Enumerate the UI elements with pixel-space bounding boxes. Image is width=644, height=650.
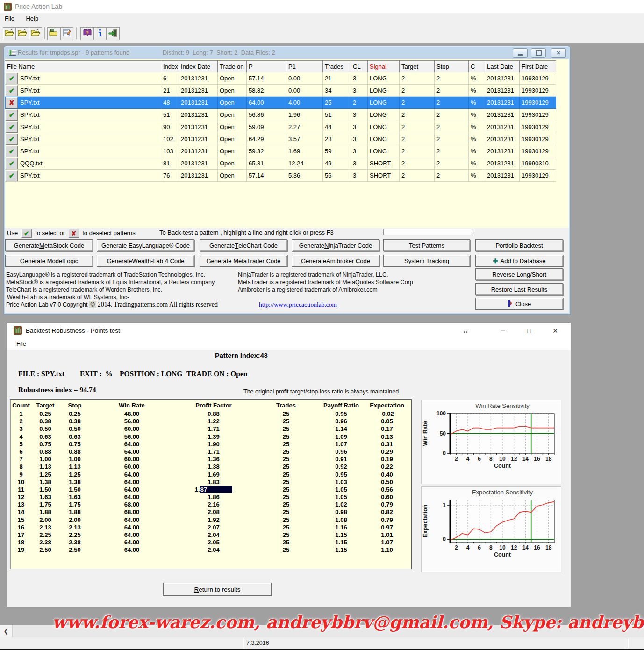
app-titlebar: Price Action Lab bbox=[0, 0, 644, 13]
svg-text:Count: Count bbox=[494, 463, 511, 469]
column-header-target[interactable]: Target bbox=[400, 60, 435, 73]
results-row-4[interactable]: ✔SPY.txt5120131231Open56.861.96513LONG22… bbox=[5, 109, 557, 121]
scroll-left-button[interactable]: ❮ bbox=[0, 625, 13, 637]
results-row-5[interactable]: ✔SPY.txt9020131231Open59.092.27443LONG22… bbox=[5, 121, 557, 133]
close-window-button[interactable]: ✕ bbox=[551, 48, 566, 58]
open-file-button-2[interactable] bbox=[16, 27, 29, 40]
robustness-table: CountTargetStopWin RateProfit FactorTrad… bbox=[10, 399, 412, 569]
robustness-table-body: 10.250.2548.000.88250.95-0.0220.380.3856… bbox=[11, 410, 410, 554]
svg-text:10: 10 bbox=[499, 544, 506, 551]
select-check-icon[interactable]: ✔ bbox=[6, 158, 18, 169]
column-header-last-date[interactable]: Last Date bbox=[485, 60, 520, 73]
restore-last-results-button[interactable]: Restore Last Results bbox=[475, 283, 563, 295]
minimize-button[interactable] bbox=[513, 48, 528, 58]
column-header-index-date[interactable]: Index Date bbox=[179, 60, 218, 73]
website-link[interactable]: http://www.priceactionlab.com bbox=[259, 301, 337, 308]
generate-amibroker-button[interactable]: Generate Amibroker Code bbox=[292, 255, 379, 267]
select-check-icon[interactable]: ✔ bbox=[6, 73, 18, 84]
generate-telechart-button[interactable]: Generate TeleChart Code bbox=[200, 239, 287, 251]
generate-metastock-button[interactable]: Generate MetaStock Code bbox=[5, 239, 93, 251]
help-button[interactable]: ? bbox=[80, 27, 93, 40]
resize-arrows-icon[interactable]: ↔ bbox=[456, 323, 475, 338]
robustness-row-3: 30.500.5060.001.71251.140.17 bbox=[11, 425, 410, 433]
results-row-3[interactable]: ✘SPY.txt4820131231Open64.004.00252LONG22… bbox=[5, 97, 557, 109]
svg-text:6: 6 bbox=[478, 544, 481, 551]
restore-button[interactable] bbox=[531, 48, 546, 58]
minimize-button[interactable]: ─ bbox=[493, 323, 513, 338]
close-button[interactable]: Close bbox=[475, 298, 563, 310]
results-grid[interactable]: ✔SPY.txt620131231Open57.140.00213LONG22%… bbox=[5, 72, 557, 182]
open-file-button[interactable] bbox=[3, 27, 16, 40]
return-to-results-button[interactable]: Return to results bbox=[163, 583, 272, 596]
column-header-signal[interactable]: Signal bbox=[368, 60, 400, 73]
select-check-icon[interactable]: ✔ bbox=[6, 109, 18, 121]
generate-ninjatrader-button[interactable]: Generate NinjaTrader Code bbox=[292, 239, 379, 251]
menu-file[interactable]: File bbox=[0, 13, 19, 24]
results-grid-header: File NameIndexIndex DateTrade onPP1Trade… bbox=[5, 60, 557, 73]
generate-easylanguage-button[interactable]: Generate EasyLanguage® Code bbox=[97, 239, 194, 251]
close-window-button[interactable]: ✕ bbox=[545, 323, 565, 338]
results-row-1[interactable]: ✔SPY.txt620131231Open57.140.00213LONG22%… bbox=[5, 72, 557, 85]
test-patterns-button[interactable]: Test Patterns bbox=[383, 239, 470, 251]
column-header-trades[interactable]: Trades bbox=[323, 60, 351, 73]
menu-help[interactable]: Help bbox=[21, 13, 43, 24]
select-check-icon[interactable]: ✔ bbox=[6, 134, 18, 145]
results-row-6[interactable]: ✔SPY.txt10220131231Open64.293.57283LONG2… bbox=[5, 133, 557, 145]
robustness-row-2: 20.380.3856.001.22250.960.05 bbox=[11, 418, 410, 425]
select-check-icon[interactable]: ✔ bbox=[6, 170, 18, 181]
robustness-window: Backtest Robustness - Points test ↔ ─ □ … bbox=[7, 322, 571, 607]
select-check-icon[interactable]: ✔ bbox=[6, 121, 18, 133]
robustness-row-9: 91.251.2564.001.69250.950.40 bbox=[11, 471, 410, 479]
generate-metatrader-button[interactable]: Generate MetaTrader Code bbox=[200, 255, 287, 267]
column-header-trade-on[interactable]: Trade on bbox=[218, 60, 247, 73]
open-folder-icon bbox=[5, 29, 14, 39]
column-header-p1[interactable]: P1 bbox=[286, 60, 323, 73]
exit-door-icon bbox=[108, 29, 118, 39]
copyright-line: Price Action Lab v7.0 Copyright©2014, Tr… bbox=[6, 301, 218, 308]
svg-text:16: 16 bbox=[534, 456, 540, 462]
svg-text:0: 0 bbox=[443, 450, 446, 457]
reverse-long-short-button[interactable]: Reverse Long/Short bbox=[475, 268, 563, 280]
column-header-cl[interactable]: CL bbox=[351, 60, 368, 73]
svg-text:Win Rate Sensitivity: Win Rate Sensitivity bbox=[475, 402, 530, 409]
exit-button[interactable] bbox=[107, 27, 120, 40]
generate-wealthlab-button[interactable]: Generate Wealth-Lab 4 Code bbox=[97, 255, 194, 267]
column-header-c[interactable]: C bbox=[469, 60, 485, 73]
trade-on-label: TRADE ON : Open bbox=[186, 370, 247, 378]
menu-file[interactable]: File bbox=[16, 340, 26, 347]
open-file-button-3[interactable] bbox=[29, 27, 42, 40]
svg-text:2: 2 bbox=[455, 544, 458, 551]
maximize-button[interactable]: □ bbox=[519, 323, 539, 338]
robustness-menubar: File bbox=[7, 338, 571, 350]
column-header-p[interactable]: P bbox=[247, 60, 286, 73]
generate-model-logic-button[interactable]: Generate Model Logic bbox=[5, 255, 93, 267]
edit-report-button[interactable] bbox=[60, 27, 73, 40]
results-window-title: Results for: tmpdps.spr - 9 patterns fou… bbox=[18, 49, 129, 56]
system-tracking-button[interactable]: System Tracking bbox=[383, 255, 470, 267]
toolbar-separator bbox=[76, 27, 77, 39]
select-check-icon[interactable]: ✔ bbox=[6, 85, 18, 96]
column-header-stop[interactable]: Stop bbox=[435, 60, 469, 73]
results-row-2[interactable]: ✔SPY.txt2120131231Open58.820.00343LONG22… bbox=[5, 85, 557, 97]
toolbar-separator bbox=[44, 27, 45, 39]
robustness-row-16: 162.132.1364.002.07251.160.97 bbox=[11, 524, 410, 531]
results-row-7[interactable]: ✔SPY.txt10320131231Open59.321.69593LONG2… bbox=[5, 145, 557, 157]
portfolio-backtest-button[interactable]: Portfolio Backtest bbox=[475, 239, 563, 251]
svg-text:50: 50 bbox=[440, 430, 446, 437]
column-header-file-name[interactable]: File Name bbox=[5, 60, 161, 73]
deselect-cross-icon[interactable]: ✘ bbox=[6, 97, 18, 108]
ratio-note: The original profit target/stop-loss rat… bbox=[243, 388, 401, 395]
select-check-icon[interactable]: ✔ bbox=[6, 146, 18, 157]
add-to-database-button[interactable]: ✚Add to Database bbox=[475, 255, 563, 267]
robustness-row-13: 131.751.7568.002.16251.020.79 bbox=[11, 501, 410, 508]
results-row-8[interactable]: ✔QQQ.txt8120131231Open65.3112.24493SHORT… bbox=[5, 157, 557, 170]
selection-legend: Use ✔ to select or ✘ to deselect pattern… bbox=[7, 229, 136, 238]
column-header-first-date[interactable]: First Date bbox=[520, 60, 556, 73]
status-divider bbox=[243, 638, 243, 648]
robustness-index-label: Robustness index = 94.74 bbox=[18, 386, 96, 394]
scan-folder-button[interactable] bbox=[47, 27, 60, 40]
column-header-index[interactable]: Index bbox=[161, 60, 179, 73]
robustness-row-12: 121.631.6364.001.86251.050.60 bbox=[11, 493, 410, 501]
about-button[interactable] bbox=[93, 27, 107, 40]
results-row-9[interactable]: ✔SPY.txt7620131231Open57.145.36563SHORT2… bbox=[5, 170, 557, 182]
